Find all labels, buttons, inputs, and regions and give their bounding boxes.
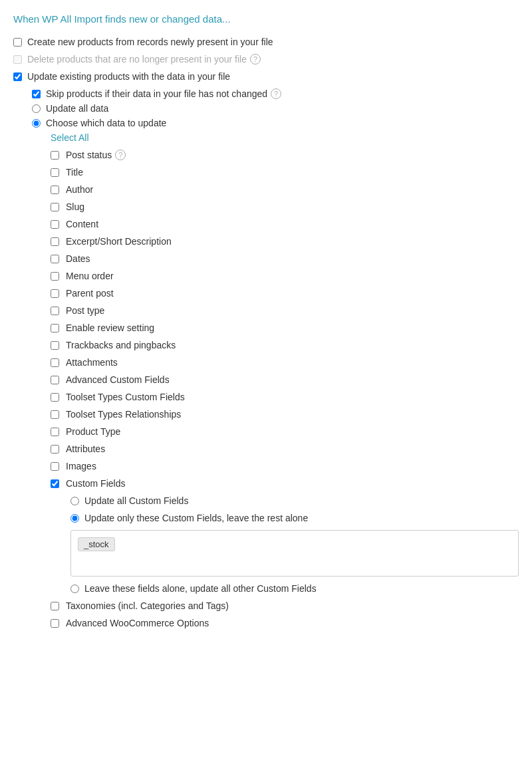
taxonomies-item: Taxonomies (incl. Categories and Tags) bbox=[51, 600, 519, 611]
update-all-data-label: Update all data bbox=[46, 103, 108, 114]
create-new-label: Create new products from records newly p… bbox=[27, 37, 273, 47]
post-status-checkbox[interactable] bbox=[51, 151, 59, 160]
toolset-relationships-item: Toolset Types Relationships bbox=[51, 409, 519, 420]
attributes-label: Attributes bbox=[66, 444, 105, 454]
advanced-custom-fields-label: Advanced Custom Fields bbox=[66, 374, 170, 385]
slug-checkbox[interactable] bbox=[51, 203, 59, 211]
delete-missing-label: Delete products that are no longer prese… bbox=[27, 54, 247, 65]
title-label: Title bbox=[66, 167, 83, 178]
update-only-cf-item: Update only these Custom Fields, leave t… bbox=[70, 513, 519, 523]
custom-fields-label: Custom Fields bbox=[66, 478, 125, 489]
advanced-woocommerce-checkbox[interactable] bbox=[51, 619, 59, 628]
slug-item: Slug bbox=[51, 201, 519, 212]
images-checkbox[interactable] bbox=[51, 462, 59, 471]
content-item: Content bbox=[51, 219, 519, 229]
fields-checkbox-list: Post status ? Title Author Slug Content … bbox=[13, 150, 519, 489]
toolset-relationships-label: Toolset Types Relationships bbox=[66, 409, 181, 420]
post-status-item: Post status ? bbox=[51, 150, 519, 160]
custom-fields-item: Custom Fields bbox=[51, 478, 519, 489]
delete-missing-checkbox bbox=[13, 55, 22, 64]
update-all-data-option: Update all data bbox=[32, 103, 519, 114]
bottom-checkbox-list: Taxonomies (incl. Categories and Tags) A… bbox=[13, 600, 519, 628]
stock-tag: _stock bbox=[78, 537, 115, 551]
delete-missing-help-icon[interactable]: ? bbox=[250, 54, 261, 65]
excerpt-label: Excerpt/Short Description bbox=[66, 236, 172, 247]
advanced-woocommerce-label: Advanced WooCommerce Options bbox=[66, 618, 209, 628]
enable-review-label: Enable review setting bbox=[66, 323, 154, 333]
toolset-types-checkbox[interactable] bbox=[51, 393, 59, 402]
parent-post-item: Parent post bbox=[51, 288, 519, 299]
images-label: Images bbox=[66, 461, 96, 471]
attachments-label: Attachments bbox=[66, 357, 118, 368]
choose-data-radio[interactable] bbox=[32, 119, 41, 128]
update-only-cf-label: Update only these Custom Fields, leave t… bbox=[84, 513, 308, 523]
custom-fields-sub-options: Update all Custom Fields Update only the… bbox=[13, 495, 519, 594]
dates-checkbox[interactable] bbox=[51, 255, 59, 263]
update-all-cf-label: Update all Custom Fields bbox=[84, 495, 188, 506]
attributes-item: Attributes bbox=[51, 444, 519, 454]
create-new-option: Create new products from records newly p… bbox=[13, 37, 519, 47]
custom-fields-tags-box[interactable]: _stock bbox=[70, 530, 519, 577]
update-all-cf-radio[interactable] bbox=[70, 497, 79, 505]
advanced-woocommerce-item: Advanced WooCommerce Options bbox=[51, 618, 519, 628]
choose-data-label: Choose which data to update bbox=[46, 118, 166, 128]
product-type-item: Product Type bbox=[51, 426, 519, 437]
update-all-cf-item: Update all Custom Fields bbox=[70, 495, 519, 506]
skip-unchanged-help-icon[interactable]: ? bbox=[271, 88, 281, 99]
skip-unchanged-checkbox[interactable] bbox=[32, 90, 41, 98]
toolset-relationships-checkbox[interactable] bbox=[51, 410, 59, 419]
update-existing-option: Update existing products with the data i… bbox=[13, 71, 519, 82]
create-new-checkbox[interactable] bbox=[13, 38, 22, 47]
dates-label: Dates bbox=[66, 253, 90, 264]
menu-order-label: Menu order bbox=[66, 271, 114, 281]
product-type-label: Product Type bbox=[66, 426, 120, 437]
title-item: Title bbox=[51, 167, 519, 178]
content-checkbox[interactable] bbox=[51, 220, 59, 229]
menu-order-checkbox[interactable] bbox=[51, 272, 59, 281]
post-type-item: Post type bbox=[51, 305, 519, 316]
author-label: Author bbox=[66, 184, 93, 195]
trackbacks-label: Trackbacks and pingbacks bbox=[66, 340, 176, 350]
post-status-help-icon[interactable]: ? bbox=[115, 150, 126, 160]
images-item: Images bbox=[51, 461, 519, 471]
delete-missing-option: Delete products that are no longer prese… bbox=[13, 54, 519, 65]
advanced-custom-fields-checkbox[interactable] bbox=[51, 376, 59, 384]
author-checkbox[interactable] bbox=[51, 186, 59, 194]
menu-order-item: Menu order bbox=[51, 271, 519, 281]
choose-data-option: Choose which data to update bbox=[32, 118, 519, 128]
product-type-checkbox[interactable] bbox=[51, 428, 59, 436]
dates-item: Dates bbox=[51, 253, 519, 264]
post-type-label: Post type bbox=[66, 305, 104, 316]
attachments-checkbox[interactable] bbox=[51, 358, 59, 367]
advanced-custom-fields-item: Advanced Custom Fields bbox=[51, 374, 519, 385]
taxonomies-checkbox[interactable] bbox=[51, 602, 59, 610]
title-checkbox[interactable] bbox=[51, 168, 59, 177]
parent-post-checkbox[interactable] bbox=[51, 289, 59, 298]
parent-post-label: Parent post bbox=[66, 288, 114, 299]
toolset-types-item: Toolset Types Custom Fields bbox=[51, 392, 519, 402]
custom-fields-checkbox[interactable] bbox=[51, 479, 59, 488]
update-only-cf-radio[interactable] bbox=[70, 514, 79, 523]
excerpt-item: Excerpt/Short Description bbox=[51, 236, 519, 247]
update-existing-checkbox[interactable] bbox=[13, 72, 22, 81]
leave-alone-cf-item: Leave these fields alone, update all oth… bbox=[70, 583, 519, 594]
page-header: When WP All Import finds new or changed … bbox=[13, 13, 519, 25]
post-type-checkbox[interactable] bbox=[51, 307, 59, 315]
excerpt-checkbox[interactable] bbox=[51, 237, 59, 246]
enable-review-checkbox[interactable] bbox=[51, 324, 59, 332]
trackbacks-item: Trackbacks and pingbacks bbox=[51, 340, 519, 350]
attributes-checkbox[interactable] bbox=[51, 445, 59, 454]
skip-unchanged-label: Skip products if their data in your file… bbox=[46, 88, 267, 99]
trackbacks-checkbox[interactable] bbox=[51, 341, 59, 350]
leave-alone-cf-label: Leave these fields alone, update all oth… bbox=[84, 583, 317, 594]
update-existing-label: Update existing products with the data i… bbox=[27, 71, 230, 82]
enable-review-item: Enable review setting bbox=[51, 323, 519, 333]
skip-unchanged-option: Skip products if their data in your file… bbox=[32, 88, 519, 99]
taxonomies-label: Taxonomies (incl. Categories and Tags) bbox=[66, 600, 229, 611]
update-all-data-radio[interactable] bbox=[32, 104, 41, 113]
select-all-link[interactable]: Select All bbox=[51, 132, 519, 143]
leave-alone-cf-radio[interactable] bbox=[70, 584, 79, 593]
toolset-types-label: Toolset Types Custom Fields bbox=[66, 392, 185, 402]
post-status-label: Post status bbox=[66, 150, 112, 160]
attachments-item: Attachments bbox=[51, 357, 519, 368]
